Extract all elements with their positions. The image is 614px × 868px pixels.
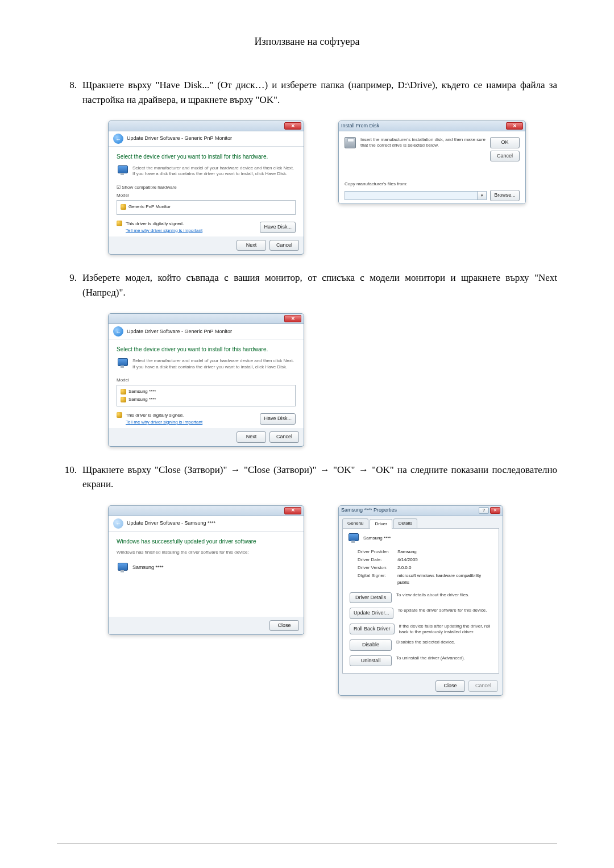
close-icon[interactable]: ✕: [490, 507, 500, 514]
shield-icon: [121, 397, 126, 402]
path-combobox[interactable]: ▾: [345, 191, 487, 200]
cancel-button: Cancel: [468, 680, 498, 692]
wizard-info: Select the manufacturer and model of you…: [132, 358, 296, 370]
floppy-icon: [345, 137, 356, 148]
have-disk-button[interactable]: Have Disk...: [260, 222, 296, 233]
monitor-icon: [117, 358, 128, 368]
compat-checkbox[interactable]: ☑ Show compatible hardware: [117, 184, 296, 191]
value: Samsung: [397, 549, 494, 555]
label: Driver Version:: [358, 564, 397, 571]
disable-button[interactable]: Disable: [350, 639, 392, 651]
signed-text: This driver is digitally signed.: [126, 412, 202, 419]
signing-link[interactable]: Tell me why driver signing is important: [126, 419, 202, 426]
device-name: Samsung ****: [363, 535, 391, 542]
uninstall-button[interactable]: Uninstall: [350, 655, 392, 667]
close-icon[interactable]: [284, 507, 301, 514]
tab-details[interactable]: Details: [393, 518, 417, 528]
desc: Disables the selected device.: [396, 639, 494, 645]
dialog-install-from-disk: Install From Disk Insert the manufacture…: [338, 121, 526, 204]
footer-divider: [57, 844, 557, 844]
chevron-down-icon[interactable]: ▾: [477, 192, 486, 200]
desc: If the device fails after updating the d…: [399, 624, 494, 636]
close-icon[interactable]: [506, 122, 523, 130]
update-driver-button[interactable]: Update Driver...: [350, 608, 393, 619]
desc: To view details about the driver files.: [396, 592, 494, 598]
have-disk-button[interactable]: Have Disk...: [260, 413, 296, 425]
wizard-heading: Select the device driver you want to ins…: [117, 152, 296, 161]
breadcrumb: Update Driver Software - Generic PnP Mon…: [127, 328, 232, 336]
close-icon[interactable]: [284, 315, 301, 322]
shield-icon: [117, 221, 122, 226]
shield-icon: [121, 389, 126, 394]
close-icon[interactable]: [284, 122, 301, 130]
next-button[interactable]: Next: [237, 240, 266, 251]
dialog-properties: Samsung **** Properties ? ✕ General Driv…: [338, 505, 503, 696]
value: 2.0.0.0: [397, 564, 494, 571]
label: Driver Provider:: [358, 549, 397, 555]
breadcrumb: Update Driver Software - Samsung ****: [127, 520, 215, 528]
step-text: Щракнете върху "Have Disk..." (От диск…)…: [82, 78, 557, 107]
device-name: Samsung ****: [132, 564, 164, 572]
model-listbox[interactable]: Generic PnP Monitor: [117, 200, 296, 215]
desc: To update the driver software for this d…: [398, 608, 494, 613]
step-text: Изберете модел, който съвпада с вашия мо…: [82, 271, 557, 300]
rollback-driver-button[interactable]: Roll Back Driver: [350, 624, 395, 635]
desc: To uninstall the driver (Advanced).: [396, 655, 494, 661]
page-title: Използване на софтуера: [57, 34, 557, 49]
browse-button[interactable]: Browse...: [490, 190, 520, 201]
label: Driver Date:: [358, 556, 397, 563]
dialog-update-driver-select: ← Update Driver Software - Generic PnP M…: [108, 121, 304, 255]
back-icon[interactable]: ←: [113, 134, 123, 144]
tab-driver[interactable]: Driver: [370, 519, 392, 529]
driver-details-button[interactable]: Driver Details: [350, 592, 392, 604]
dialog-title: Samsung **** Properties: [341, 506, 397, 514]
monitor-icon: [347, 533, 359, 543]
dialog-title: Install From Disk: [341, 122, 379, 130]
model-listbox[interactable]: Samsung **** Samsung ****: [117, 385, 296, 406]
list-label: Model: [117, 192, 296, 199]
back-icon: ←: [113, 518, 123, 529]
copy-from-label: Copy manufacturer's files from:: [345, 181, 520, 188]
success-heading: Windows has successfully updated your dr…: [117, 537, 296, 546]
value: microsoft windows hardware compatibility…: [397, 572, 494, 586]
ok-button[interactable]: OK: [490, 137, 520, 148]
step-number: 8.: [57, 78, 82, 93]
monitor-icon: [117, 165, 128, 176]
monitor-icon: [117, 563, 128, 573]
list-item[interactable]: Samsung ****: [121, 396, 292, 404]
wizard-info: Select the manufacturer and model of you…: [132, 165, 296, 177]
list-item[interactable]: Generic PnP Monitor: [121, 203, 292, 211]
dialog-update-driver-model: ← Update Driver Software - Generic PnP M…: [108, 313, 304, 446]
cancel-button[interactable]: Cancel: [269, 240, 299, 251]
step-number: 10.: [57, 463, 82, 477]
next-button[interactable]: Next: [237, 431, 266, 443]
step-number: 9.: [57, 271, 82, 285]
list-item[interactable]: Samsung ****: [121, 388, 292, 396]
cancel-button[interactable]: Cancel: [490, 151, 520, 162]
tab-general[interactable]: General: [342, 518, 368, 528]
shield-icon: [117, 412, 122, 418]
disk-message: Insert the manufacturer's installation d…: [360, 137, 486, 149]
wizard-heading: Select the device driver you want to ins…: [117, 345, 296, 354]
shield-icon: [121, 204, 126, 210]
back-icon[interactable]: ←: [113, 326, 123, 337]
cancel-button[interactable]: Cancel: [269, 431, 299, 443]
breadcrumb: Update Driver Software - Generic PnP Mon…: [127, 135, 232, 143]
value: 4/14/2005: [397, 556, 494, 563]
step-text: Щракнете върху "Close (Затвори)" → "Clos…: [82, 463, 557, 492]
help-icon[interactable]: ?: [479, 507, 489, 514]
close-button[interactable]: Close: [269, 620, 299, 632]
success-subtext: Windows has finished installing the driv…: [117, 549, 296, 556]
signing-link[interactable]: Tell me why driver signing is important: [126, 227, 202, 234]
signed-text: This driver is digitally signed.: [126, 221, 202, 227]
close-button[interactable]: Close: [435, 680, 465, 692]
list-label: Model: [117, 377, 296, 384]
label: Digital Signer:: [358, 572, 397, 586]
dialog-update-success: ← Update Driver Software - Samsung **** …: [108, 505, 304, 636]
